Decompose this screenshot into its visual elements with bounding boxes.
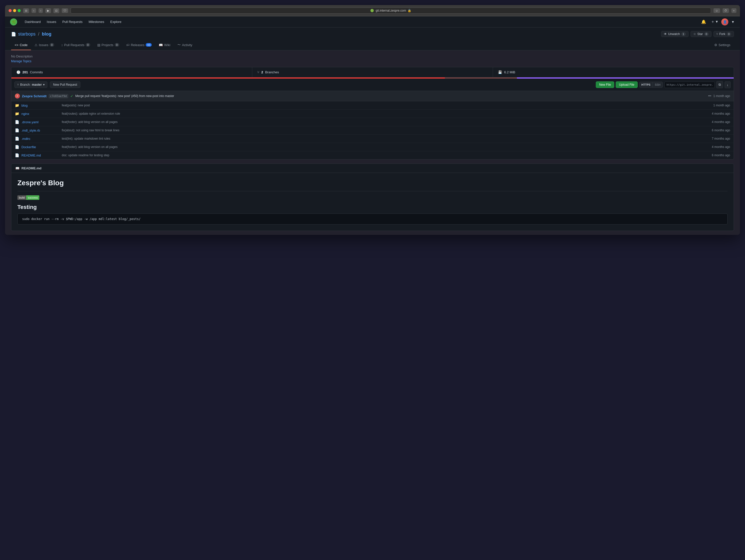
commit-hash[interactable]: c7e03aef9d <box>48 94 68 98</box>
settings-icon: ⚙ <box>714 43 717 47</box>
repo-owner-link[interactable]: starbops <box>18 32 36 37</box>
repo-description: No Description <box>11 55 734 58</box>
address-bar[interactable]: 🟢 git.internal.zespre.com 🔒 <box>71 7 711 13</box>
play-button[interactable]: ▶ <box>45 8 51 13</box>
star-count: 0 <box>704 32 709 36</box>
table-row: 📄 README.md doc: update readme for testi… <box>11 151 734 159</box>
tab-settings-label: Settings <box>718 43 731 47</box>
readme-header-title: README.md <box>22 166 41 170</box>
upload-file-button[interactable]: Upload File <box>616 81 638 88</box>
file-name[interactable]: Dockerfile <box>22 145 59 149</box>
notifications-icon[interactable]: 🔔 <box>700 19 707 25</box>
unwatch-button[interactable]: 👁 Unwatch 1 <box>661 31 688 37</box>
projects-icon: ▤ <box>97 43 100 47</box>
file-icon: 📄 <box>15 120 19 124</box>
file-table: Z Zespre Schmidt c7e03aef9d ✓ Merge pull… <box>11 91 734 160</box>
star-button[interactable]: ☆ Star 0 <box>690 31 711 37</box>
site-logo[interactable]: 🌿 <box>10 19 17 26</box>
new-tab-button[interactable]: + <box>732 8 737 13</box>
repo-name-link[interactable]: blog <box>42 32 52 37</box>
manage-topics-link[interactable]: Manage Topics <box>11 60 32 63</box>
file-name[interactable]: .drone.yaml <box>22 120 59 124</box>
app-container: 🌿 Dashboard Issues Pull Requests Milesto… <box>5 17 740 235</box>
shield-icon[interactable]: 🛡 <box>62 8 68 13</box>
new-pull-request-button[interactable]: New Pull Request <box>50 81 80 88</box>
commits-icon: 🕐 <box>17 70 21 74</box>
file-name[interactable]: .mdl_style.rb <box>22 129 59 132</box>
table-row: 📄 .mdlrc test(lint): update markdown lin… <box>11 135 734 143</box>
repo-header: 📄 starbops / blog 👁 Unwatch 1 ☆ Star 0 <box>5 28 740 51</box>
file-commit-msg: feat(footer): add blog version on all pa… <box>62 145 709 149</box>
repo-separator: / <box>38 32 39 37</box>
tab-issues-label: Issues <box>39 43 48 47</box>
tab-projects[interactable]: ▤ Projects 0 <box>94 40 123 50</box>
user-menu-chevron[interactable]: ▾ <box>731 19 735 25</box>
ssh-button[interactable]: SSH <box>653 81 663 88</box>
tab-code-label: Code <box>20 43 28 47</box>
branch-icon: ⑂ <box>17 83 19 87</box>
fork-count: 0 <box>726 32 731 36</box>
nav-explore[interactable]: Explore <box>108 19 124 25</box>
commit-author-avatar: Z <box>15 94 20 99</box>
file-name[interactable]: README.md <box>22 154 59 157</box>
new-file-button[interactable]: New File <box>596 81 614 88</box>
eye-icon: 👁 <box>664 32 667 36</box>
lock-icon: 🔒 <box>408 9 411 12</box>
branches-stat[interactable]: ⑂ 2 Branches <box>252 67 493 77</box>
tab-pull-requests[interactable]: ↕ Pull Requests 0 <box>58 40 94 50</box>
readme-testing-title: Testing <box>18 204 727 210</box>
maximize-button[interactable] <box>18 9 21 12</box>
releases-count: 43 <box>146 43 152 46</box>
readme-divider <box>18 191 727 191</box>
https-button[interactable]: HTTPS <box>639 81 653 88</box>
download-button[interactable]: ↓ <box>724 81 731 88</box>
tab-releases-label: Releases <box>131 43 144 47</box>
smiley-icon[interactable]: ☺ <box>713 8 720 13</box>
tab-activity[interactable]: 〜 Activity <box>174 40 196 50</box>
file-name[interactable]: .mdlrc <box>22 137 59 141</box>
code-icon: <> <box>14 43 19 47</box>
nav-milestones[interactable]: Milestones <box>86 19 107 25</box>
file-name[interactable]: blog <box>22 104 59 107</box>
pr-icon: ↕ <box>61 43 63 47</box>
latest-commit-row: Z Zespre Schmidt c7e03aef9d ✓ Merge pull… <box>11 91 734 101</box>
tab-code[interactable]: <> Code <box>11 40 31 50</box>
fork-button[interactable]: ⑂ Fork 0 <box>713 31 734 37</box>
nav-issues[interactable]: Issues <box>44 19 59 25</box>
commit-more-icon[interactable]: ••• <box>708 94 711 98</box>
branches-count: 2 <box>261 70 263 74</box>
nav-pull-requests[interactable]: Pull Requests <box>60 19 85 25</box>
history-icon[interactable]: ⏱ <box>722 8 729 13</box>
nav-dashboard[interactable]: Dashboard <box>22 19 43 25</box>
nav-links: Dashboard Issues Pull Requests Milestone… <box>22 19 124 25</box>
file-name[interactable]: nginx <box>22 112 59 116</box>
user-avatar[interactable]: 👤 <box>721 19 728 26</box>
forward-button[interactable]: › <box>38 8 43 13</box>
branches-label: Branches <box>265 70 279 74</box>
branch-selector[interactable]: ⑂ Branch: master ▾ <box>14 81 47 88</box>
commit-time: 1 month ago <box>713 94 730 98</box>
tab-projects-label: Projects <box>102 43 114 47</box>
tab-settings[interactable]: ⚙ Settings <box>711 40 734 50</box>
sidebar-toggle-button[interactable]: ⊟ <box>23 8 29 13</box>
tab-releases[interactable]: 🏷 Releases 43 <box>123 40 155 50</box>
tab-wiki[interactable]: 📖 Wiki <box>155 40 174 50</box>
file-commit-msg: doc: update readme for testing step <box>62 154 709 157</box>
tab-button[interactable]: ⊡ <box>54 8 59 13</box>
minimize-button[interactable] <box>13 9 16 12</box>
file-toolbar: ⑂ Branch: master ▾ New Pull Request New … <box>11 79 734 91</box>
file-icon: 📄 <box>15 153 19 157</box>
clone-url-input[interactable] <box>665 81 715 88</box>
table-row: 📄 Dockerfile feat(footer): add blog vers… <box>11 143 734 151</box>
table-row: 📄 .mdl_style.rb fix(about): not using ra… <box>11 126 734 135</box>
copy-url-button[interactable]: ⧉ <box>716 81 723 88</box>
code-content: sudo docker run --rm -v $PWD:/app -w /ap… <box>22 217 141 221</box>
tab-issues[interactable]: ⚠ Issues 0 <box>31 40 58 50</box>
commit-author[interactable]: Zespre Schmidt <box>22 94 46 98</box>
new-item-button[interactable]: ＋ ▾ <box>710 18 719 26</box>
commits-stat[interactable]: 🕐 201 Commits <box>11 67 252 77</box>
back-button[interactable]: ‹ <box>32 8 36 13</box>
close-button[interactable] <box>8 9 11 12</box>
releases-icon: 🏷 <box>126 43 130 47</box>
repo-title: 📄 starbops / blog <box>11 32 52 37</box>
